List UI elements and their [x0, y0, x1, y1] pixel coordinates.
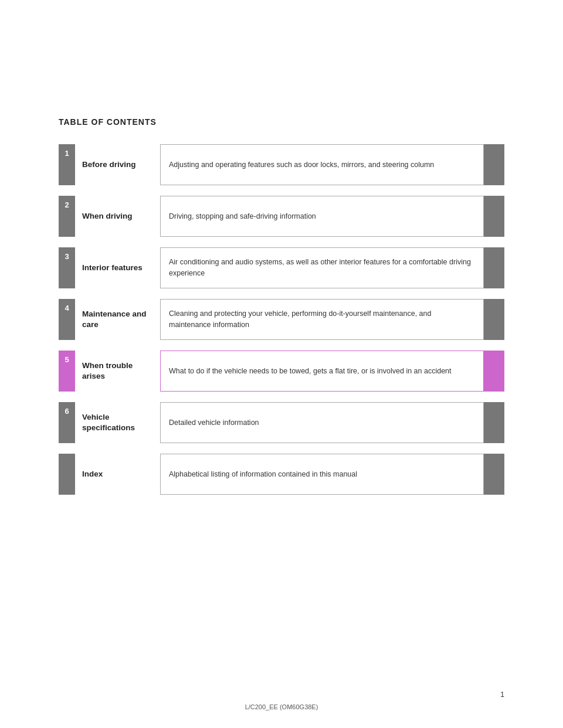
toc-label-1: Before driving: [75, 144, 160, 185]
toc-number-index: [59, 454, 75, 495]
toc-entries: 1 Before driving Adjusting and operating…: [59, 144, 504, 495]
toc-color-6: [484, 402, 504, 443]
toc-label-6: Vehicle specifications: [75, 402, 160, 443]
toc-row[interactable]: 1 Before driving Adjusting and operating…: [59, 144, 504, 185]
toc-desc-index: Alphabetical listing of information cont…: [160, 454, 484, 495]
content-area: TABLE OF CONTENTS 1 Before driving Adjus…: [0, 0, 563, 530]
toc-desc-2: Driving, stopping and safe-driving infor…: [160, 196, 484, 237]
toc-label-4: Maintenance and care: [75, 299, 160, 340]
toc-color-1: [484, 144, 504, 185]
toc-label-index: Index: [75, 454, 160, 495]
toc-row[interactable]: 6 Vehicle specifications Detailed vehicl…: [59, 402, 504, 443]
toc-color-3: [484, 247, 504, 288]
toc-number-6: 6: [59, 402, 75, 443]
toc-color-index: [484, 454, 504, 495]
toc-title: TABLE OF CONTENTS: [59, 117, 504, 127]
toc-row[interactable]: 4 Maintenance and care Cleaning and prot…: [59, 299, 504, 340]
toc-row-index[interactable]: Index Alphabetical listing of informatio…: [59, 454, 504, 495]
toc-label-3: Interior features: [75, 247, 160, 288]
toc-desc-3: Air conditioning and audio systems, as w…: [160, 247, 484, 288]
toc-color-5: [484, 351, 504, 392]
toc-label-2: When driving: [75, 196, 160, 237]
toc-number-1: 1: [59, 144, 75, 185]
toc-label-5: When trouble arises: [75, 351, 160, 392]
toc-desc-6: Detailed vehicle information: [160, 402, 484, 443]
page-number: 1: [500, 690, 504, 699]
toc-row[interactable]: 2 When driving Driving, stopping and saf…: [59, 196, 504, 237]
toc-row[interactable]: 3 Interior features Air conditioning and…: [59, 247, 504, 288]
toc-desc-4: Cleaning and protecting your vehicle, pe…: [160, 299, 484, 340]
toc-desc-1: Adjusting and operating features such as…: [160, 144, 484, 185]
toc-number-2: 2: [59, 196, 75, 237]
toc-number-4: 4: [59, 299, 75, 340]
toc-color-2: [484, 196, 504, 237]
toc-color-4: [484, 299, 504, 340]
footer-text: L/C200_EE (OM60G38E): [245, 703, 318, 710]
toc-number-3: 3: [59, 247, 75, 288]
toc-row-highlight[interactable]: 5 When trouble arises What to do if the …: [59, 351, 504, 392]
toc-desc-5: What to do if the vehicle needs to be to…: [160, 351, 484, 392]
toc-number-5: 5: [59, 351, 75, 392]
page-container: TABLE OF CONTENTS 1 Before driving Adjus…: [0, 0, 563, 728]
